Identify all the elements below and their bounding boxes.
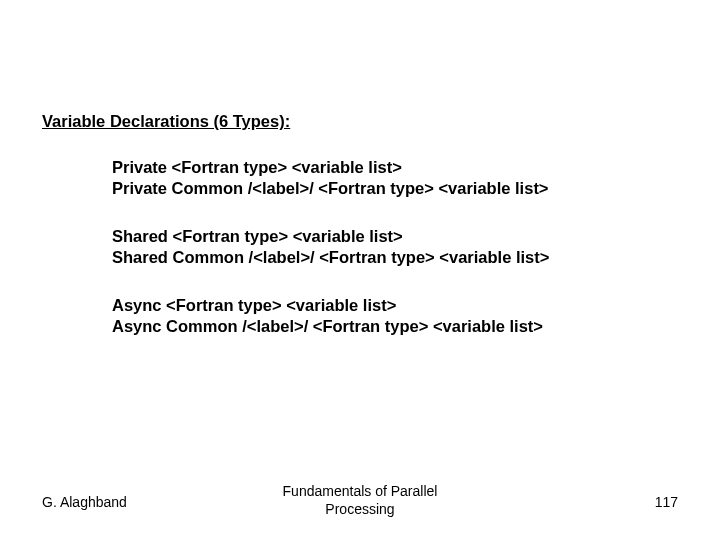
footer-title-line1: Fundamentals of Parallel [283, 483, 438, 499]
footer-title-line2: Processing [325, 501, 394, 517]
decl-line: Private <Fortran type> <variable list> [112, 157, 680, 178]
decl-line: Private Common /<label>/ <Fortran type> … [112, 178, 680, 199]
section-heading: Variable Declarations (6 Types): [42, 112, 680, 131]
decl-line: Shared <Fortran type> <variable list> [112, 226, 680, 247]
decl-group-shared: Shared <Fortran type> <variable list> Sh… [112, 226, 680, 269]
decl-group-private: Private <Fortran type> <variable list> P… [112, 157, 680, 200]
footer-page-number: 117 [655, 494, 678, 510]
decl-line: Async <Fortran type> <variable list> [112, 295, 680, 316]
footer-title: Fundamentals of Parallel Processing [0, 483, 720, 518]
decl-line: Shared Common /<label>/ <Fortran type> <… [112, 247, 680, 268]
decl-line: Async Common /<label>/ <Fortran type> <v… [112, 316, 680, 337]
decl-group-async: Async <Fortran type> <variable list> Asy… [112, 295, 680, 338]
